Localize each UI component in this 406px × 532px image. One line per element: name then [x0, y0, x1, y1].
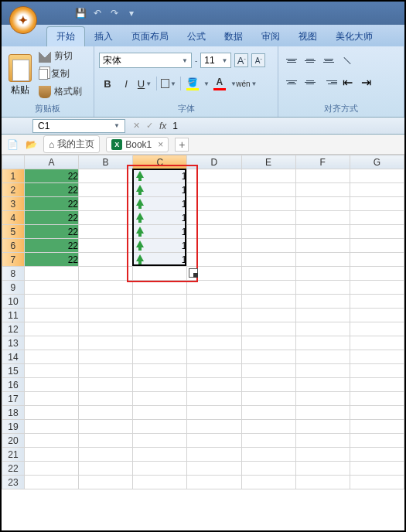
cell-D18[interactable] [187, 406, 241, 420]
cell-G10[interactable] [350, 295, 404, 309]
cell-G7[interactable] [350, 253, 404, 267]
paste-button[interactable]: 粘贴 [6, 48, 34, 103]
cell-A1[interactable]: 22 [24, 169, 78, 183]
cell-F17[interactable] [295, 392, 350, 406]
cell-E3[interactable] [241, 197, 295, 211]
cell-B16[interactable] [79, 378, 133, 392]
cell-C14[interactable] [133, 350, 187, 364]
cell-D20[interactable] [187, 434, 241, 448]
cell-G11[interactable] [350, 309, 404, 322]
save-icon[interactable]: 💾 [74, 7, 87, 19]
cell-E8[interactable] [241, 267, 295, 281]
bold-button[interactable]: B [99, 75, 116, 92]
row-header-4[interactable]: 4 [2, 211, 25, 225]
row-header-15[interactable]: 15 [2, 364, 25, 378]
tab-insert[interactable]: 插入 [85, 27, 122, 46]
cell-E19[interactable] [241, 420, 295, 434]
copy-button[interactable]: 复制 [37, 66, 84, 82]
cell-B14[interactable] [79, 350, 133, 364]
cell-F3[interactable] [295, 197, 350, 211]
cell-E16[interactable] [241, 378, 295, 392]
row-header-3[interactable]: 3 [2, 197, 25, 211]
cell-C11[interactable] [133, 309, 187, 322]
cell-E6[interactable] [241, 239, 295, 253]
cell-B8[interactable] [79, 267, 133, 281]
cell-A17[interactable] [24, 392, 78, 406]
shrink-font-button[interactable]: Aˇ [251, 53, 265, 67]
col-header-D[interactable]: D [187, 155, 241, 169]
cell-E23[interactable] [241, 476, 295, 489]
phonetic-button[interactable]: wén▼ [238, 75, 255, 92]
row-header-6[interactable]: 6 [2, 239, 25, 253]
open-file-icon[interactable]: 📂 [25, 138, 37, 151]
cell-B21[interactable] [79, 448, 133, 462]
cell-A5[interactable]: 22 [24, 225, 78, 239]
tab-my-home[interactable]: ⌂我的主页 [43, 135, 100, 153]
font-color-button[interactable]: A [211, 75, 228, 92]
cell-C1[interactable]: 1 [133, 169, 187, 183]
cell-F19[interactable] [295, 420, 350, 434]
cell-A12[interactable] [24, 322, 78, 336]
col-header-E[interactable]: E [241, 155, 295, 169]
cell-G13[interactable] [350, 336, 404, 350]
cell-C20[interactable] [133, 434, 187, 448]
cell-C5[interactable]: 1 [133, 225, 187, 239]
cell-C2[interactable]: 1 [133, 183, 187, 197]
cell-D23[interactable] [187, 476, 241, 489]
cell-B20[interactable] [79, 434, 133, 448]
tab-review[interactable]: 审阅 [252, 27, 289, 46]
align-middle-button[interactable] [302, 52, 319, 69]
grow-font-button[interactable]: Aˆ [234, 53, 248, 67]
align-top-button[interactable] [283, 52, 300, 69]
cell-C22[interactable] [133, 462, 187, 476]
cell-A2[interactable]: 22 [24, 183, 78, 197]
cell-A16[interactable] [24, 378, 78, 392]
new-tab-button[interactable]: + [175, 138, 189, 152]
row-header-16[interactable]: 16 [2, 378, 25, 392]
increase-indent-button[interactable]: ⇥ [357, 73, 374, 90]
cell-A19[interactable] [24, 420, 78, 434]
cell-C10[interactable] [133, 295, 187, 309]
tab-data[interactable]: 数据 [215, 27, 252, 46]
cell-D9[interactable] [187, 281, 241, 295]
cell-E5[interactable] [241, 225, 295, 239]
cell-D13[interactable] [187, 336, 241, 350]
cell-A9[interactable] [24, 281, 78, 295]
name-box[interactable]: C1▼ [32, 119, 125, 133]
cell-G4[interactable] [350, 211, 404, 225]
cell-D22[interactable] [187, 462, 241, 476]
row-header-19[interactable]: 19 [2, 420, 25, 434]
cell-B11[interactable] [79, 309, 133, 322]
cell-E17[interactable] [241, 392, 295, 406]
cell-E1[interactable] [241, 169, 295, 183]
row-header-18[interactable]: 18 [2, 406, 25, 420]
cell-A13[interactable] [24, 336, 78, 350]
cell-A15[interactable] [24, 364, 78, 378]
cell-D7[interactable] [187, 253, 241, 267]
cut-button[interactable]: 剪切 [37, 48, 84, 64]
cell-E9[interactable] [241, 281, 295, 295]
formula-bar[interactable]: 1 [172, 121, 178, 131]
select-all-corner[interactable] [2, 155, 25, 169]
row-header-2[interactable]: 2 [2, 183, 25, 197]
fill-color-button[interactable]: 🪣 [184, 75, 201, 92]
cell-E22[interactable] [241, 462, 295, 476]
cell-D6[interactable] [187, 239, 241, 253]
row-header-7[interactable]: 7 [2, 253, 25, 267]
cell-A11[interactable] [24, 309, 78, 322]
row-header-23[interactable]: 23 [2, 476, 25, 489]
cell-B19[interactable] [79, 420, 133, 434]
cell-C15[interactable] [133, 364, 187, 378]
new-file-icon[interactable]: 📄 [6, 138, 19, 151]
cell-B18[interactable] [79, 406, 133, 420]
cell-G20[interactable] [350, 434, 404, 448]
tab-layout[interactable]: 页面布局 [122, 27, 178, 46]
cell-B6[interactable] [79, 239, 133, 253]
row-header-13[interactable]: 13 [2, 336, 25, 350]
col-header-B[interactable]: B [79, 155, 133, 169]
cell-C16[interactable] [133, 378, 187, 392]
cell-F6[interactable] [295, 239, 350, 253]
cell-G8[interactable] [350, 267, 404, 281]
cell-B17[interactable] [79, 392, 133, 406]
row-header-9[interactable]: 9 [2, 281, 25, 295]
